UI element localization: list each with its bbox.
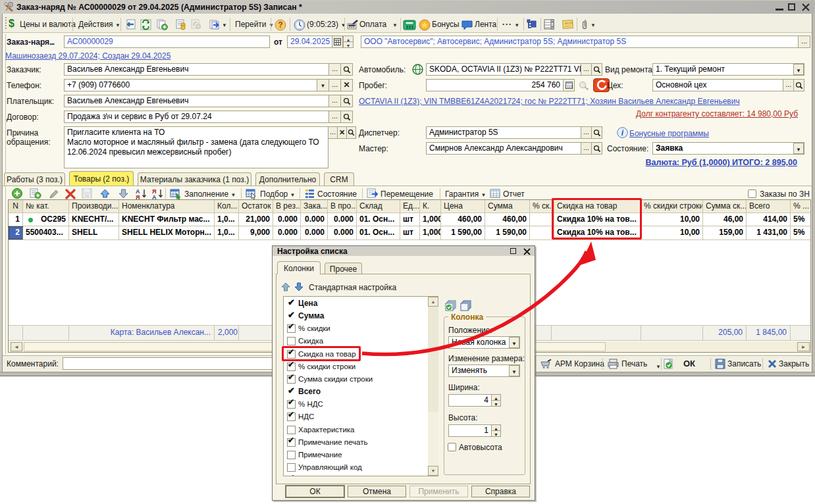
svg-text:Я: Я <box>136 194 140 200</box>
svg-text:ОК: ОК <box>85 194 90 198</box>
svg-text:NOTE: NOTE <box>565 21 573 25</box>
svg-text:?: ? <box>278 20 282 30</box>
svg-text:А: А <box>152 194 157 200</box>
